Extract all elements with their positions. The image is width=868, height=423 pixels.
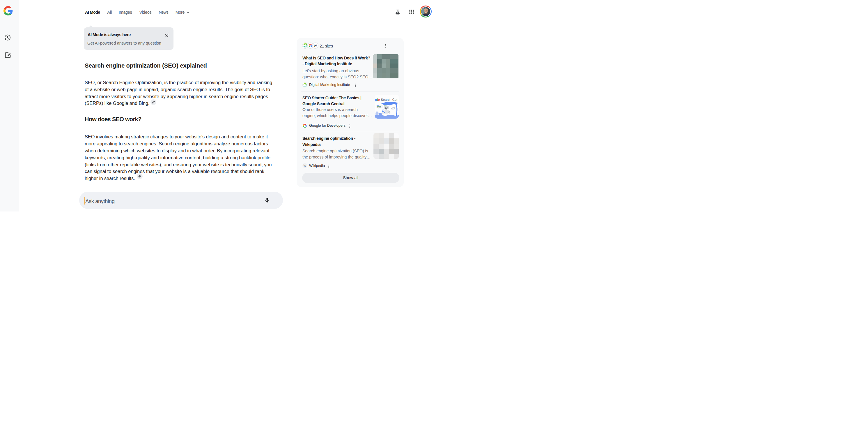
svg-text:Search Cen: Search Cen: [381, 98, 398, 102]
svg-text:g: g: [375, 98, 377, 102]
svg-text:e: e: [378, 98, 379, 102]
